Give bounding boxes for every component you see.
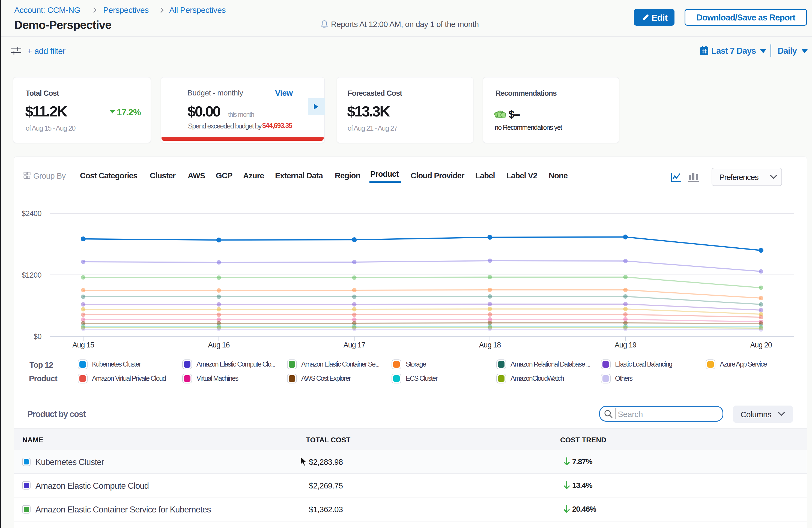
svg-text:Aug 18: Aug 18 bbox=[479, 341, 501, 349]
svg-text:$0: $0 bbox=[33, 333, 42, 341]
svg-text:$1200: $1200 bbox=[21, 271, 42, 279]
svg-text:$2400: $2400 bbox=[21, 209, 42, 218]
svg-text:Aug 19: Aug 19 bbox=[614, 341, 636, 349]
svg-text:Aug 20: Aug 20 bbox=[750, 341, 772, 349]
svg-text:Aug 15: Aug 15 bbox=[72, 341, 94, 349]
svg-text:Aug 17: Aug 17 bbox=[344, 341, 365, 349]
svg-text:Aug 16: Aug 16 bbox=[208, 341, 230, 349]
